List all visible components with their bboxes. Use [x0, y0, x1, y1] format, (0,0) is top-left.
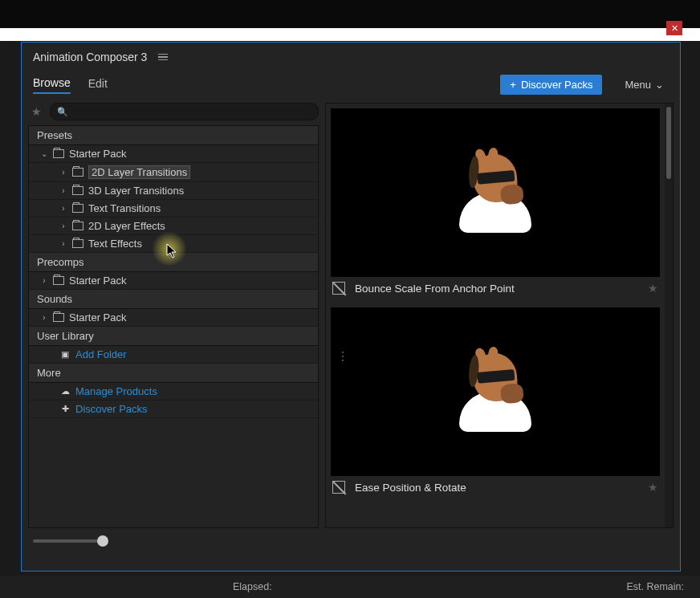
tab-browse[interactable]: Browse: [33, 76, 71, 94]
favorite-star-icon[interactable]: ★: [648, 481, 658, 494]
chevron-down-icon: ⌄: [655, 79, 664, 91]
tree-item-text-transitions[interactable]: › Text Transitions: [29, 200, 318, 218]
scrollbar[interactable]: [665, 104, 673, 527]
folder-icon: [72, 204, 83, 213]
status-elapsed: Elapsed:: [233, 581, 272, 592]
discover-packs-button[interactable]: + Discover Packs: [500, 75, 602, 95]
chevron-right-icon: ›: [59, 222, 67, 230]
app-title: Animation Composer 3: [33, 51, 147, 63]
preset-title: Ease Position & Rotate: [355, 482, 638, 494]
tab-edit[interactable]: Edit: [88, 77, 108, 93]
tree-item-text-effects[interactable]: › Text Effects: [29, 235, 318, 253]
tree-item-2d-layer-transitions[interactable]: › 2D Layer Transitions: [29, 163, 318, 182]
preset-title: Bounce Scale From Anchor Point: [355, 283, 638, 295]
size-slider[interactable]: [33, 539, 105, 543]
chevron-right-icon: ›: [59, 186, 67, 195]
section-user-library: User Library: [29, 327, 318, 346]
favorites-star-icon[interactable]: ★: [28, 105, 45, 118]
plus-icon: +: [510, 79, 516, 91]
hamburger-icon[interactable]: [158, 54, 168, 61]
tree-item-starter-pack-sounds[interactable]: › Starter Pack: [29, 309, 318, 327]
chevron-right-icon: ›: [59, 204, 67, 213]
add-folder-icon: ▣: [59, 350, 71, 360]
discover-packs-link[interactable]: ✚ Discover Packs: [29, 401, 318, 418]
search-icon: 🔍: [57, 107, 68, 117]
section-sounds: Sounds: [29, 290, 318, 309]
favorite-star-icon[interactable]: ★: [648, 282, 658, 295]
folder-icon: [53, 149, 64, 158]
preset-type-icon: [332, 481, 345, 494]
preset-tree: Presets ⌄ Starter Pack › 2D Layer Transi…: [28, 125, 319, 528]
plus-icon: ✚: [59, 405, 71, 414]
folder-icon: [72, 186, 83, 195]
tree-item-3d-layer-transitions[interactable]: › 3D Layer Transitions: [29, 182, 318, 200]
status-remain: Est. Remain:: [626, 581, 684, 592]
slider-handle[interactable]: [97, 535, 108, 547]
preset-thumbnail: [331, 108, 660, 277]
chevron-right-icon: ›: [59, 239, 67, 248]
section-presets: Presets: [29, 126, 318, 145]
section-precomps: Precomps: [29, 253, 318, 272]
horse-mascot-icon: [455, 153, 535, 233]
preset-thumbnail: [331, 307, 660, 476]
toolbar: Browse Edit + Discover Packs Menu ⌄: [22, 70, 680, 103]
preset-type-icon: [332, 282, 345, 295]
manage-products-link[interactable]: ☁ Manage Products: [29, 383, 318, 401]
folder-icon: [72, 239, 83, 248]
chevron-down-icon: ⌄: [40, 149, 48, 158]
resize-handle-icon[interactable]: [342, 352, 344, 361]
preset-card[interactable]: Bounce Scale From Anchor Point ★: [331, 108, 660, 299]
window-chrome-dark: [0, 0, 700, 28]
search-input[interactable]: [73, 106, 311, 117]
thumbnail-size-control: [22, 528, 680, 549]
menu-dropdown[interactable]: Menu ⌄: [620, 75, 669, 94]
folder-icon: [53, 276, 64, 285]
chevron-right-icon: ›: [59, 168, 67, 177]
tree-item-starter-pack-precomps[interactable]: › Starter Pack: [29, 272, 318, 290]
preset-card[interactable]: Ease Position & Rotate ★: [331, 307, 660, 498]
folder-icon: [72, 168, 83, 177]
tree-item-2d-layer-effects[interactable]: › 2D Layer Effects: [29, 218, 318, 235]
panel-header: Animation Composer 3: [22, 43, 680, 70]
preset-grid: Bounce Scale From Anchor Point ★: [325, 103, 674, 528]
window-chrome-light: [0, 28, 700, 41]
horse-mascot-icon: [455, 352, 535, 432]
cloud-download-icon: ☁: [59, 387, 71, 397]
folder-icon: [53, 313, 64, 322]
chevron-right-icon: ›: [40, 276, 48, 285]
search-box[interactable]: 🔍: [50, 103, 319, 120]
scrollbar-thumb[interactable]: [666, 107, 671, 179]
status-bar: Elapsed: Est. Remain:: [0, 576, 700, 598]
tree-item-starter-pack-presets[interactable]: ⌄ Starter Pack: [29, 145, 318, 163]
folder-icon: [72, 222, 83, 230]
close-icon: ✕: [671, 23, 678, 34]
animation-composer-panel: Animation Composer 3 Browse Edit + Disco…: [21, 42, 681, 572]
close-button[interactable]: ✕: [666, 21, 682, 35]
sidebar: ★ 🔍 Presets ⌄ Starter Pack › 2D Layer Tr…: [28, 103, 319, 528]
add-folder-button[interactable]: ▣ Add Folder: [29, 346, 318, 364]
chevron-right-icon: ›: [40, 313, 48, 322]
section-more: More: [29, 364, 318, 383]
